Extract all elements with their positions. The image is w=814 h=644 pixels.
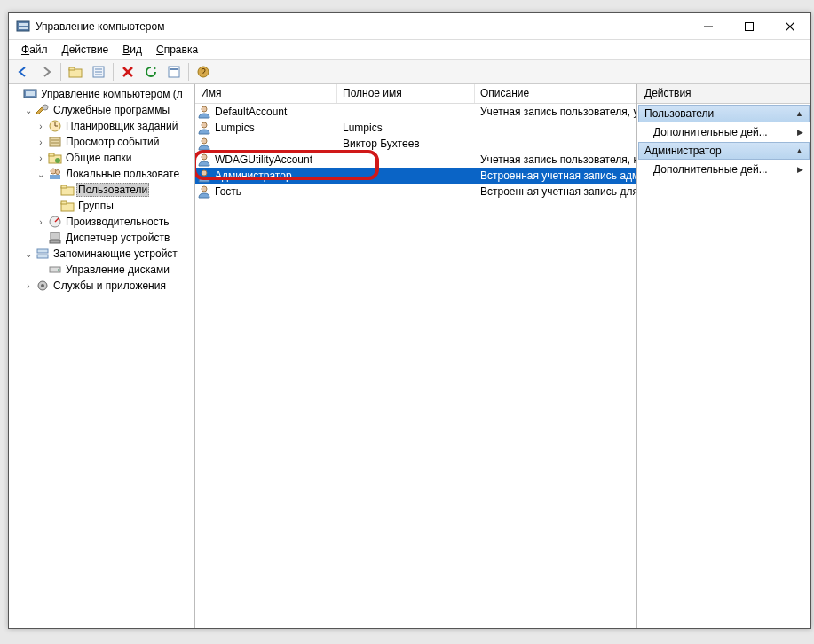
export-button[interactable]: [163, 62, 185, 82]
actions-group-label: Пользователи: [644, 107, 714, 120]
list-row-selected[interactable]: Администратор Встроенная учетная запись …: [195, 168, 636, 184]
list-row[interactable]: WDAGUtilityAccount Учетная запись пользо…: [195, 152, 636, 168]
collapse-icon[interactable]: ⌄: [23, 248, 34, 259]
tree-event-viewer[interactable]: › Просмотр событий: [36, 134, 194, 150]
tree-label: Службы и приложения: [51, 279, 168, 293]
user-icon: [197, 105, 211, 119]
storage-icon: [36, 247, 50, 261]
svg-point-52: [202, 186, 207, 192]
menu-view[interactable]: Вид: [115, 42, 149, 58]
tree-disk-management[interactable]: Управление дисками: [36, 262, 194, 278]
chevron-right-icon: ▶: [797, 128, 803, 137]
svg-point-21: [43, 105, 48, 110]
collapse-icon[interactable]: ⌄: [23, 105, 34, 115]
app-icon: [16, 20, 30, 34]
svg-point-50: [202, 154, 207, 160]
app-window: Управление компьютером Файл Действие Вид…: [8, 12, 811, 629]
cell-name: Администратор: [215, 169, 292, 182]
expand-icon[interactable]: ›: [36, 137, 46, 147]
tree-groups[interactable]: Группы: [48, 198, 194, 214]
tree-local-users[interactable]: ⌄ Локальные пользовате: [36, 166, 194, 182]
svg-text:?: ?: [201, 67, 206, 77]
expand-icon[interactable]: ›: [23, 280, 34, 291]
collapse-icon[interactable]: ⌄: [36, 169, 46, 179]
toolbar-separator: [188, 63, 189, 81]
back-button[interactable]: [12, 62, 34, 82]
menubar: Файл Действие Вид Справка: [9, 40, 810, 59]
chevron-right-icon: ▶: [797, 165, 803, 174]
cell-name: Lumpics: [215, 122, 255, 134]
tree-root[interactable]: Управление компьютером (л: [11, 86, 194, 102]
delete-button[interactable]: [117, 62, 138, 82]
tree-label: Планировщик заданий: [64, 119, 179, 133]
list-body[interactable]: DefaultAccount Учетная запись пользовате…: [195, 104, 636, 628]
tree-shared-folders[interactable]: › Общие папки: [36, 150, 194, 166]
user-icon: [197, 121, 211, 135]
up-button[interactable]: [65, 62, 86, 82]
actions-group-users[interactable]: Пользователи ▲: [638, 105, 810, 122]
list-row[interactable]: DefaultAccount Учетная запись пользовате…: [195, 104, 636, 120]
close-button[interactable]: [770, 13, 810, 39]
refresh-button[interactable]: [140, 62, 162, 82]
actions-header: Действия: [637, 84, 810, 104]
services-icon: [36, 279, 50, 293]
tree-users[interactable]: Пользователи: [48, 182, 194, 198]
help-button[interactable]: ?: [193, 62, 214, 82]
actions-panel: Действия Пользователи ▲ Дополнительные д…: [637, 84, 810, 628]
tree-device-manager[interactable]: Диспетчер устройств: [36, 230, 194, 246]
menu-help[interactable]: Справка: [149, 42, 205, 58]
expand-icon[interactable]: ›: [36, 153, 46, 163]
list-panel: Имя Полное имя Описание DefaultAccount У…: [195, 84, 637, 628]
list-row[interactable]: Виктор Бухтеев: [195, 136, 636, 152]
svg-point-30: [55, 158, 60, 163]
tree-label: Просмотр событий: [64, 135, 161, 149]
minimize-button[interactable]: [688, 13, 729, 39]
svg-rect-29: [49, 153, 54, 156]
tree-label: Производительность: [64, 215, 170, 229]
users-icon: [48, 167, 62, 181]
nav-tree[interactable]: Управление компьютером (л ⌄ Служебные пр…: [9, 86, 194, 294]
tree-task-scheduler[interactable]: › Планировщик заданий: [36, 118, 194, 134]
tree-label: Запоминающие устройст: [51, 247, 179, 261]
actions-item-label: Дополнительные дей...: [653, 163, 768, 176]
actions-more[interactable]: Дополнительные дей... ▶: [637, 161, 810, 178]
menu-file[interactable]: Файл: [14, 42, 55, 58]
expand-icon[interactable]: ›: [36, 216, 46, 227]
svg-point-51: [202, 170, 207, 176]
folder-icon: [60, 199, 75, 213]
tree-label: Общие папки: [64, 151, 133, 165]
tree-performance[interactable]: › Производительность: [36, 214, 194, 230]
actions-group-admin[interactable]: Администратор ▲: [638, 142, 810, 160]
computer-icon: [23, 87, 37, 101]
expand-icon[interactable]: ›: [36, 121, 46, 131]
column-fullname[interactable]: Полное имя: [337, 84, 475, 103]
user-icon: [197, 137, 211, 151]
cell-description: Встроенная учетная запись для: [480, 185, 636, 198]
tree-services[interactable]: › Службы и приложения: [23, 278, 194, 294]
column-name[interactable]: Имя: [195, 84, 337, 103]
properties-button[interactable]: [88, 62, 109, 82]
cell-fullname: Lumpics: [343, 122, 383, 134]
forward-button[interactable]: [36, 62, 57, 82]
svg-rect-8: [69, 67, 75, 70]
tree-storage[interactable]: ⌄ Запоминающие устройст: [23, 246, 194, 262]
list-row[interactable]: Lumpics Lumpics: [195, 120, 636, 136]
folder-icon: [60, 183, 75, 197]
tree-label: Локальные пользовате: [64, 167, 181, 181]
svg-rect-41: [37, 249, 48, 253]
window-controls: [688, 13, 810, 39]
list-row[interactable]: Гость Встроенная учетная запись для: [195, 184, 636, 200]
svg-point-31: [51, 169, 56, 174]
titlebar: Управление компьютером: [9, 13, 810, 40]
tree-system-tools[interactable]: ⌄ Служебные программы: [23, 102, 194, 118]
maximize-button[interactable]: [729, 13, 770, 39]
svg-point-48: [202, 122, 207, 128]
svg-point-47: [202, 106, 207, 112]
list-header: Имя Полное имя Описание: [195, 84, 636, 104]
tools-icon: [36, 103, 50, 117]
svg-point-32: [56, 170, 60, 175]
actions-more[interactable]: Дополнительные дей... ▶: [637, 123, 810, 141]
menu-action[interactable]: Действие: [55, 42, 116, 58]
svg-point-49: [202, 138, 207, 144]
column-description[interactable]: Описание: [475, 84, 636, 103]
